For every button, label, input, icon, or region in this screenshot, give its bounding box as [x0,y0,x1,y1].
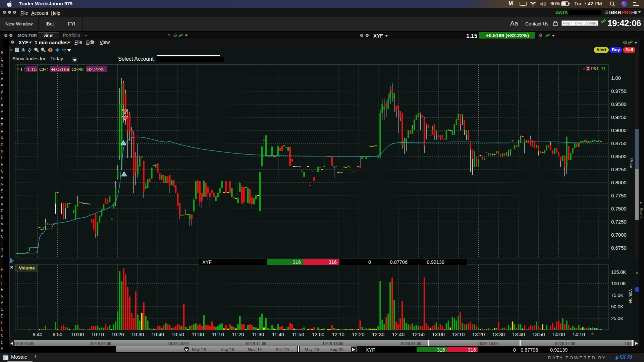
svg-text:+: + [591,331,594,336]
svg-text:CH:: CH: [39,66,48,72]
svg-text:12:10: 12:10 [332,331,344,337]
svg-text:14:00: 14:00 [552,331,565,337]
svg-text:125.0K: 125.0K [611,269,626,275]
svg-text:12:40: 12:40 [392,331,405,337]
svg-text:+0.5189: +0.5189 [51,66,69,72]
svg-text:9:50: 9:50 [53,331,62,337]
svg-text:0.6750: 0.6750 [611,245,627,251]
svg-text:10:20: 10:20 [111,331,124,337]
svg-text:0.92139: 0.92139 [427,259,444,265]
svg-text:0.8500: 0.8500 [611,154,627,159]
svg-text:Volume: Volume [19,265,35,270]
svg-text:13:50: 13:50 [532,331,545,337]
svg-text:12:00: 12:00 [312,331,325,337]
svg-text:0: 0 [368,259,371,265]
svg-text:316: 316 [293,259,301,265]
svg-text:Volume: Volume [628,289,633,303]
svg-text:L:: L: [21,66,25,72]
svg-text:10:40: 10:40 [152,331,164,337]
svg-text:0.8250: 0.8250 [611,167,627,172]
svg-text:316: 316 [329,259,337,265]
svg-text:0.7750: 0.7750 [611,193,627,198]
svg-text:12:50: 12:50 [412,331,425,337]
svg-text:0.87706: 0.87706 [390,259,408,265]
svg-text:11:50: 11:50 [292,331,304,337]
svg-text:1.00: 1.00 [611,75,621,81]
svg-text:13:10: 13:10 [452,331,465,337]
svg-text:×: × [583,66,585,71]
svg-text:10:00: 10:00 [71,331,84,337]
svg-text:10:30: 10:30 [131,331,144,337]
svg-text:0.9750: 0.9750 [611,88,627,94]
svg-text:10:10: 10:10 [91,331,104,337]
svg-text:CH%:: CH%: [71,66,85,72]
svg-text:82.22%: 82.22% [87,66,104,72]
svg-text:0.7500: 0.7500 [611,206,627,212]
svg-text:P&L:: P&L: [591,66,600,71]
svg-text:11:10: 11:10 [212,331,224,337]
svg-text:0.9000: 0.9000 [611,127,627,133]
svg-text:12:20: 12:20 [352,331,365,337]
svg-text:0.9500: 0.9500 [611,101,627,107]
svg-text:14:10: 14:10 [573,331,585,337]
svg-text:11:40: 11:40 [272,331,284,337]
svg-text:11:00: 11:00 [192,331,204,337]
svg-text:13:20: 13:20 [472,331,485,337]
svg-text:0.8000: 0.8000 [611,180,627,185]
svg-text:11:20: 11:20 [232,331,244,337]
svg-text:75.0K: 75.0K [611,293,624,298]
svg-text:0.9250: 0.9250 [611,114,627,120]
svg-text:1.15: 1.15 [27,66,37,72]
svg-text:11:30: 11:30 [252,331,264,337]
svg-text:13:30: 13:30 [492,331,505,337]
svg-text:50.0K: 50.0K [611,304,624,309]
svg-text:100.0K: 100.0K [611,281,626,286]
svg-text:13:40: 13:40 [512,331,525,337]
svg-text:25.0K: 25.0K [611,316,624,321]
svg-text:11: 11 [601,66,606,71]
svg-text:0.7000: 0.7000 [611,232,627,238]
svg-text:×: × [10,264,13,270]
svg-text:0.7250: 0.7250 [611,219,627,225]
svg-text:13:00: 13:00 [432,331,445,337]
svg-text:Price: Price [629,158,634,168]
svg-text:XYF: XYF [202,259,212,265]
svg-text:×: × [17,67,19,72]
svg-text:9:40: 9:40 [33,331,42,337]
svg-text:12:30: 12:30 [372,331,385,337]
svg-text:0: 0 [587,66,589,71]
svg-text:10:50: 10:50 [171,331,184,337]
svg-text:0.8750: 0.8750 [611,140,627,146]
